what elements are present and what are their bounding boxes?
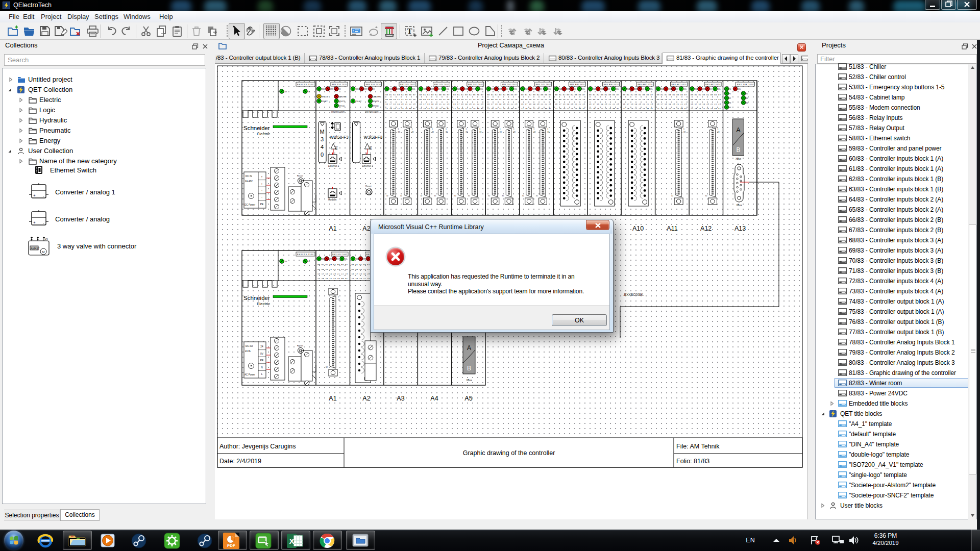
svg-text:RUN: RUN [627, 88, 630, 90]
svg-text:BMX DDI 1602: BMX DDI 1602 [400, 84, 415, 86]
svg-text:Folio: 81/83: Folio: 81/83 [676, 458, 709, 465]
svg-text:L: L [261, 373, 263, 375]
svg-text:08 09 10 11 12 13 14 15: 08 09 10 11 12 13 14 15 [487, 98, 518, 101]
svg-text:Modbus: Modbus [328, 198, 337, 201]
svg-text:16 17 18 19 20 21 22 23: 16 17 18 19 20 21 22 23 [521, 103, 552, 105]
svg-text:16 17 18 19 20 21 22 23: 16 17 18 19 20 21 22 23 [691, 103, 721, 105]
svg-text:0V: 0V [260, 353, 264, 355]
svg-text:24 25 26 27 28 29 30 31: 24 25 26 27 28 29 30 31 [691, 108, 721, 110]
svg-text:16 17 18 19 20 21 22 23: 16 17 18 19 20 21 22 23 [487, 103, 518, 105]
svg-text:32: 32 [671, 195, 673, 197]
svg-text:RUN: RUN [661, 88, 664, 90]
svg-text:ERR: ERR [533, 88, 536, 90]
svg-text:A: A [737, 127, 741, 134]
svg-text:24: 24 [260, 345, 263, 348]
svg-text:COL: COL [480, 88, 483, 90]
svg-text:Schneider: Schneider [243, 125, 270, 131]
svg-text:RUN: RUN [389, 88, 393, 90]
svg-text:ERR: ERR [601, 88, 604, 90]
svg-text:24 25 26 27 28 29 30 31: 24 25 26 27 28 29 30 31 [589, 108, 620, 110]
svg-text:XBus: XBus [467, 379, 473, 382]
svg-text:32: 32 [420, 195, 422, 197]
svg-text:ETH ACT: ETH ACT [356, 101, 362, 103]
svg-text:S0: S0 [746, 93, 748, 95]
svg-text:I/O: I/O [574, 88, 577, 90]
svg-text:16 17 18 19 20 21 22 23: 16 17 18 19 20 21 22 23 [623, 103, 653, 105]
svg-text:33: 33 [411, 131, 413, 133]
svg-text:COL: COL [514, 88, 517, 90]
svg-text:08 09 10 11 12 13 14 15: 08 09 10 11 12 13 14 15 [691, 98, 721, 101]
svg-text:N: N [261, 366, 263, 369]
svg-text:I/O: I/O [642, 88, 645, 90]
svg-text:1: 1 [533, 128, 534, 130]
svg-text:RUN: RUN [491, 88, 494, 90]
svg-text:A4: A4 [430, 395, 438, 402]
svg-text:R3: R3 [729, 102, 731, 104]
svg-text:Electric: Electric [257, 302, 270, 306]
svg-text:1: 1 [718, 128, 719, 130]
svg-text:PE: PE [260, 203, 263, 206]
svg-text:File: AM Tehnik: File: AM Tehnik [676, 443, 720, 450]
svg-text:A2: A2 [362, 395, 370, 402]
svg-text:COL: COL [345, 258, 348, 260]
svg-text:PE: PE [260, 359, 263, 362]
svg-text:33: 33 [465, 131, 468, 133]
svg-text:CARD ERR: CARD ERR [373, 96, 381, 98]
svg-text:COL: COL [684, 88, 687, 90]
svg-text:24 25 26 27 28 29 30 31: 24 25 26 27 28 29 30 31 [487, 108, 518, 110]
svg-text:ERR: ERR [363, 258, 366, 260]
svg-text:RUN: RUN [356, 88, 359, 90]
svg-text:4: 4 [321, 144, 324, 150]
svg-text:ERR: ERR [431, 88, 434, 90]
svg-text:A10: A10 [632, 225, 644, 232]
svg-text:ETH STS: ETH STS [339, 101, 345, 103]
svg-text:33: 33 [513, 131, 516, 133]
svg-text:OK: OK [308, 91, 310, 93]
svg-text:32: 32 [536, 195, 538, 197]
svg-text:COL: COL [548, 88, 551, 90]
svg-text:Date: 2/4/2019: Date: 2/4/2019 [219, 458, 261, 465]
svg-text:ERR: ERR [669, 88, 672, 90]
svg-text:33: 33 [398, 131, 400, 133]
svg-text:ERR: ERR [634, 88, 638, 90]
svg-text:R1: R1 [729, 93, 731, 95]
svg-text:32: 32 [522, 195, 524, 197]
svg-text:00 01 02 03 04 05 06 07: 00 01 02 03 04 05 06 07 [317, 264, 348, 266]
svg-text:00 01 02 03 04 05 06 07: 00 01 02 03 04 05 06 07 [555, 94, 585, 96]
svg-text:08 09 10 11 12 13 14 15: 08 09 10 11 12 13 14 15 [589, 98, 620, 101]
svg-text:RUN: RUN [593, 88, 596, 90]
svg-text:I/O: I/O [710, 88, 713, 90]
svg-text:AC Power: AC Power [244, 373, 255, 376]
svg-text:ERR: ERR [567, 88, 570, 90]
svg-text:I/O: I/O [473, 88, 475, 90]
svg-text:I/O: I/O [506, 88, 509, 90]
svg-text:SER COM: SER COM [322, 96, 329, 98]
svg-text:24 25 26 27 28 29 30 31: 24 25 26 27 28 29 30 31 [317, 278, 348, 280]
svg-text:08 09 10 11 12 13 14 15: 08 09 10 11 12 13 14 15 [657, 98, 688, 101]
svg-text:I/O: I/O [541, 88, 543, 90]
svg-text:00 01 02 03 04 05 06 07: 00 01 02 03 04 05 06 07 [589, 94, 620, 96]
svg-text:I/O: I/O [373, 88, 376, 90]
svg-text:COL: COL [718, 88, 721, 90]
svg-text:A11: A11 [667, 225, 677, 232]
svg-text:RUN: RUN [322, 258, 325, 260]
svg-text:32: 32 [502, 195, 504, 197]
svg-text:BMX P34 2020: BMX P34 2020 [332, 84, 347, 86]
svg-text:ERR: ERR [702, 88, 705, 90]
svg-text:A1: A1 [329, 395, 336, 402]
svg-text:Author: Jevgenijs Carugins: Author: Jevgenijs Carugins [219, 443, 296, 450]
svg-text:OK: OK [308, 261, 310, 263]
svg-text:24 25 26 27 28 29 30 31: 24 25 26 27 28 29 30 31 [521, 108, 552, 110]
svg-text:33: 33 [547, 131, 549, 133]
svg-text:16 17 18 19 20 21 22 23: 16 17 18 19 20 21 22 23 [453, 103, 484, 105]
svg-text:BMXCPS 3500: BMXCPS 3500 [297, 84, 313, 86]
svg-text:24V: 24V [284, 91, 287, 93]
svg-text:33: 33 [338, 299, 340, 301]
svg-text:32: 32 [468, 195, 470, 197]
svg-text:A3: A3 [397, 395, 404, 402]
svg-text:33: 33 [533, 131, 535, 133]
svg-text:32: 32 [488, 195, 490, 197]
svg-text:A2: A2 [362, 225, 370, 232]
svg-text:W2\58-F3: W2\58-F3 [330, 135, 349, 140]
svg-text:08 09 10 11 12 13 14 15: 08 09 10 11 12 13 14 15 [521, 98, 552, 101]
